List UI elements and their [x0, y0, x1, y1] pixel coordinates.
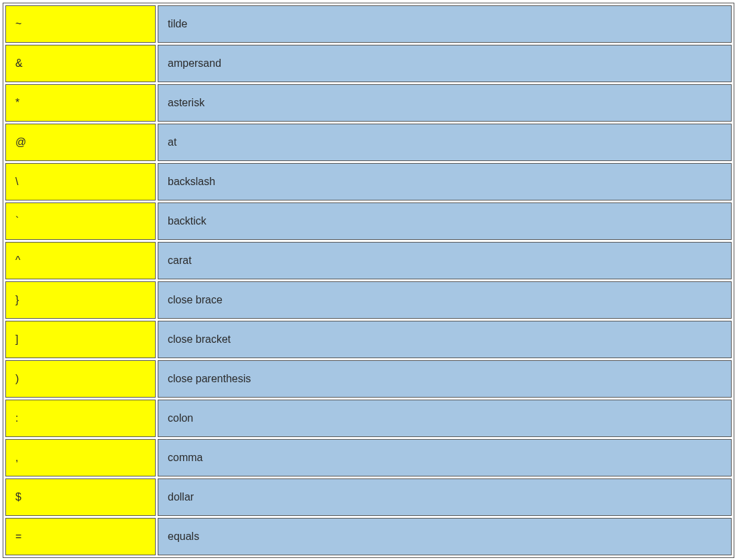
table-row: , comma: [5, 439, 732, 476]
symbol-cell: ^: [5, 242, 156, 279]
name-cell: colon: [158, 400, 732, 437]
symbol-cell: &: [5, 45, 156, 82]
symbol-table: ~ tilde & ampersand * asterisk @ at \ ba…: [3, 3, 734, 558]
table-row: * asterisk: [5, 84, 732, 122]
symbol-cell: *: [5, 84, 156, 122]
table-row: ) close parenthesis: [5, 360, 732, 398]
table-row: ` backtick: [5, 202, 732, 240]
name-cell: close parenthesis: [158, 360, 732, 398]
table-row: : colon: [5, 400, 732, 437]
name-cell: comma: [158, 439, 732, 476]
symbol-cell: @: [5, 124, 156, 161]
name-cell: equals: [158, 518, 732, 555]
name-cell: close brace: [158, 281, 732, 319]
symbol-cell: ,: [5, 439, 156, 476]
symbol-cell: \: [5, 163, 156, 200]
symbol-cell: ~: [5, 5, 156, 43]
name-cell: backtick: [158, 202, 732, 240]
symbol-cell: `: [5, 202, 156, 240]
table-row: } close brace: [5, 281, 732, 319]
symbol-cell: ): [5, 360, 156, 398]
symbol-cell: :: [5, 400, 156, 437]
symbol-cell: =: [5, 518, 156, 555]
table-row: ~ tilde: [5, 5, 732, 43]
name-cell: dollar: [158, 478, 732, 516]
table-row: = equals: [5, 518, 732, 555]
symbol-table-body: ~ tilde & ampersand * asterisk @ at \ ba…: [5, 5, 732, 555]
symbol-cell: }: [5, 281, 156, 319]
table-row: $ dollar: [5, 478, 732, 516]
symbol-cell: $: [5, 478, 156, 516]
name-cell: ampersand: [158, 45, 732, 82]
name-cell: tilde: [158, 5, 732, 43]
table-row: @ at: [5, 124, 732, 161]
name-cell: carat: [158, 242, 732, 279]
table-row: \ backslash: [5, 163, 732, 200]
symbol-cell: ]: [5, 321, 156, 358]
table-row: ^ carat: [5, 242, 732, 279]
name-cell: close bracket: [158, 321, 732, 358]
table-row: & ampersand: [5, 45, 732, 82]
name-cell: at: [158, 124, 732, 161]
name-cell: asterisk: [158, 84, 732, 122]
name-cell: backslash: [158, 163, 732, 200]
table-row: ] close bracket: [5, 321, 732, 358]
